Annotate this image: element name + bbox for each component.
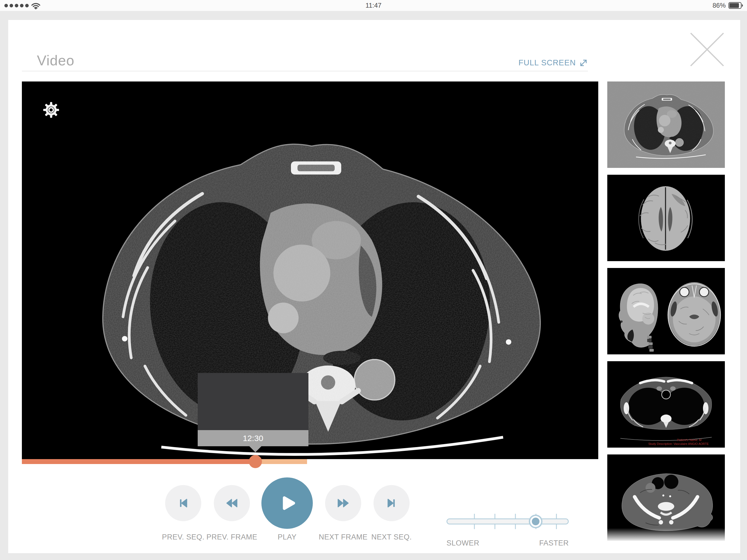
clock: 11:47 — [0, 0, 747, 11]
video-modal: Video FULL SCREEN — [8, 20, 740, 553]
slower-label: SLOWER — [446, 539, 479, 548]
thumbnail-ct-chest-gray[interactable] — [607, 81, 725, 168]
ct-pelvis-image — [607, 455, 725, 541]
status-bar: 11:47 86% — [0, 0, 747, 11]
faster-label: FASTER — [539, 539, 569, 548]
video-player[interactable]: 12:30 — [22, 81, 598, 464]
rewind-icon — [224, 495, 240, 511]
tooltip-time: 12:30 — [198, 430, 308, 446]
ct-chest-gray-image — [607, 81, 725, 168]
play-icon — [275, 491, 299, 515]
expand-arrows-icon — [579, 58, 588, 67]
skip-start-icon — [175, 495, 191, 511]
speed-slider-knob[interactable] — [529, 515, 542, 528]
close-icon[interactable] — [690, 32, 724, 67]
playhead[interactable] — [249, 455, 262, 468]
thumbnail-mri-head-sagittal-axial[interactable] — [607, 268, 725, 354]
tooltip-thumbnail — [198, 373, 308, 430]
thumb-overlay-text: Patient's Name: M — [677, 438, 702, 441]
ct-chest-upper-image: Patient's Name: M Study Description: Vas… — [607, 361, 725, 448]
skip-end-icon — [384, 495, 400, 511]
thumbnail-ct-chest-upper[interactable]: Patient's Name: M Study Description: Vas… — [607, 361, 725, 448]
mri-head-sagittal-axial-image — [607, 268, 725, 354]
preview-tooltip: 12:30 — [198, 373, 308, 446]
progress-played — [22, 459, 255, 464]
page-title: Video — [37, 52, 74, 69]
thumb-overlay-text: Study Description: Vasculaire ANGIO AORT… — [648, 442, 709, 446]
full-screen-label: FULL SCREEN — [518, 58, 576, 67]
next-seq-label: NEXT SEQ. — [353, 533, 430, 541]
thumbnail-mri-brain-axial[interactable] — [607, 175, 725, 261]
tooltip-arrow — [249, 446, 261, 452]
title-divider — [22, 71, 588, 71]
speed-slider-labels: SLOWER FASTER — [446, 539, 569, 548]
ct-scan-video-frame[interactable] — [22, 81, 598, 459]
speed-slider — [446, 514, 569, 529]
mri-brain-axial-image — [607, 175, 725, 261]
prev-seq-button[interactable] — [165, 485, 201, 521]
full-screen-button[interactable]: FULL SCREEN — [518, 58, 588, 67]
next-seq-button[interactable] — [374, 485, 410, 521]
gear-icon[interactable] — [43, 102, 59, 118]
seek-bar[interactable] — [22, 459, 598, 464]
battery-percent: 86% — [713, 2, 726, 9]
next-frame-button[interactable] — [325, 485, 361, 521]
play-button[interactable] — [261, 478, 313, 529]
battery-icon — [728, 2, 743, 9]
prev-frame-button[interactable] — [214, 485, 250, 521]
speed-slider-track[interactable] — [446, 518, 569, 525]
fast-forward-icon — [335, 495, 351, 511]
thumbnail-ct-pelvis[interactable] — [607, 455, 725, 541]
